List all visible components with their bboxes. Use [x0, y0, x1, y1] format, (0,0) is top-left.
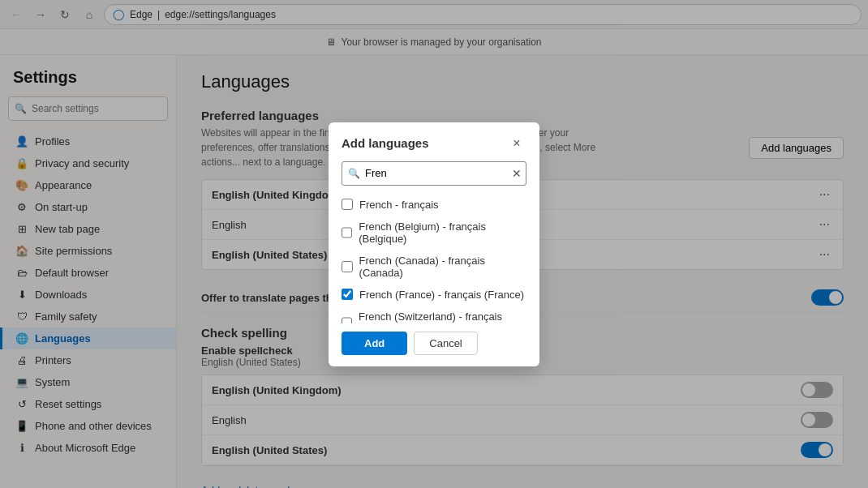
dialog-search-clear-button[interactable]: ✕	[512, 167, 522, 180]
dialog-search-box: 🔍 ✕	[342, 161, 526, 186]
lang-option-label: French (Canada) - français (Canada)	[359, 255, 526, 279]
dialog-title: Add languages	[342, 136, 429, 150]
lang-option-label: French - français	[359, 199, 439, 211]
dialog-footer: Add Cancel	[329, 323, 539, 366]
lang-checkbox-french-ca[interactable]	[342, 261, 353, 272]
dialog-overlay: Add languages × 🔍 ✕ French - françaisFre…	[0, 0, 868, 488]
lang-checkbox-french-ch[interactable]	[342, 317, 352, 323]
lang-option-label: French (Belgium) - français (Belgique)	[359, 220, 526, 245]
dialog-lang-option-french-fr[interactable]: French (France) - français (France)	[342, 284, 526, 306]
lang-option-label: French (Switzerland) - français (Suisse)	[359, 310, 526, 323]
lang-checkbox-french-fr[interactable]	[342, 289, 353, 300]
dialog-add-button[interactable]: Add	[342, 332, 407, 355]
dialog-search-icon: 🔍	[348, 168, 360, 179]
dialog-lang-option-french-ch[interactable]: French (Switzerland) - français (Suisse)	[342, 306, 526, 323]
dialog-lang-option-french[interactable]: French - français	[342, 194, 526, 216]
lang-checkbox-french[interactable]	[342, 199, 353, 210]
dialog-close-button[interactable]: ×	[507, 134, 526, 153]
dialog-language-options: French - françaisFrench (Belgium) - fran…	[329, 194, 539, 323]
add-languages-dialog: Add languages × 🔍 ✕ French - françaisFre…	[329, 122, 539, 366]
dialog-cancel-button[interactable]: Cancel	[414, 332, 477, 355]
dialog-search-input[interactable]	[342, 161, 526, 186]
lang-option-label: French (France) - français (France)	[359, 289, 524, 301]
lang-checkbox-french-be[interactable]	[342, 227, 352, 238]
dialog-lang-option-french-ca[interactable]: French (Canada) - français (Canada)	[342, 250, 526, 284]
dialog-lang-option-french-be[interactable]: French (Belgium) - français (Belgique)	[342, 216, 526, 250]
dialog-header: Add languages ×	[329, 122, 539, 161]
